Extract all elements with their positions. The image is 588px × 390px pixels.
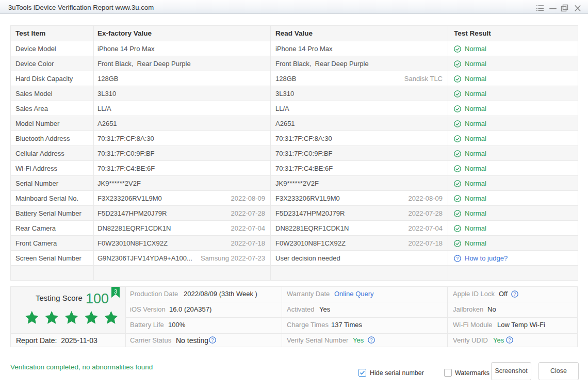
svg-text:3: 3 [114, 288, 117, 295]
